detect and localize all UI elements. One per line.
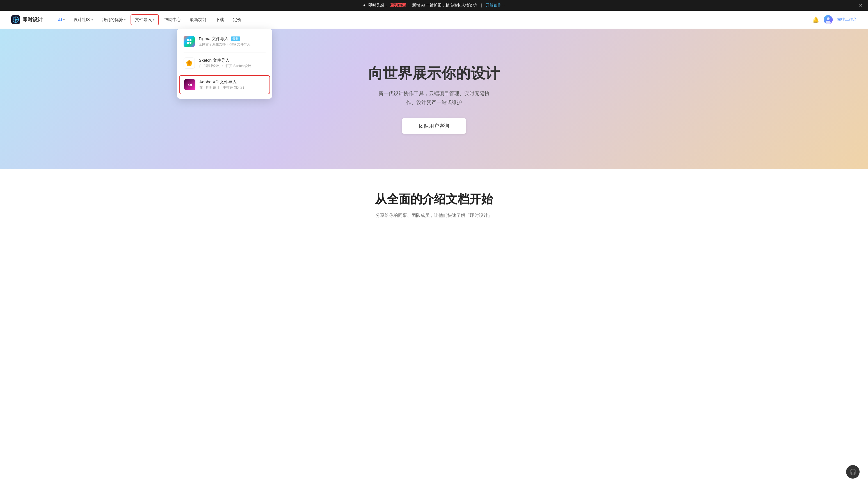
- xd-item-title: Adobe XD 文件导入: [199, 79, 265, 85]
- dropdown-item-xd[interactable]: Xd Adobe XD 文件导入 在「即时设计」中打开 XD 设计: [179, 75, 270, 94]
- intro-desc: 分享给你的同事、团队成员，让他们快速了解「即时设计」: [336, 213, 532, 219]
- chevron-down-icon: ▾: [153, 18, 154, 21]
- svg-point-2: [827, 18, 830, 20]
- figma-item-desc: 全网首个原生支持 Figma 文件导入: [199, 42, 266, 47]
- navbar: 即时设计 Ai ▾ 设计社区 ▾ 我们的优势 ▾ 文件导入 ▾: [0, 11, 868, 29]
- xd-item-desc: 在「即时设计」中打开 XD 设计: [199, 85, 265, 90]
- chevron-down-icon: ▾: [124, 18, 125, 21]
- banner-text1: 即时灵感，: [368, 3, 388, 8]
- avatar: [824, 15, 833, 24]
- nav-item-file-import[interactable]: 文件导入 ▾: [130, 14, 159, 25]
- dropdown-divider-1: [184, 52, 266, 53]
- banner-highlight: 重磅更新！: [390, 3, 410, 8]
- nav-item-features[interactable]: 最新功能: [186, 15, 211, 25]
- svg-rect-6: [187, 42, 189, 44]
- sketch-item-text: Sketch 文件导入 在「即时设计」中打开 Sketch 设计: [199, 58, 266, 68]
- logo-icon: [11, 15, 20, 24]
- svg-point-7: [189, 42, 191, 44]
- banner-text3: 新增 AI 一键扩图，精准控制人物姿势: [412, 3, 477, 8]
- dropdown-item-sketch[interactable]: Sketch 文件导入 在「即时设计」中打开 Sketch 设计: [177, 54, 272, 73]
- nav-label-help: 帮助中心: [164, 17, 181, 23]
- dropdown-item-figma[interactable]: Figma 文件导入 最新 全网首个原生支持 Figma 文件导入: [177, 32, 272, 51]
- goto-workspace-link[interactable]: 前往工作台: [837, 17, 857, 22]
- hero-section: 向世界展示你的设计 新一代设计协作工具，云端项目管理、实时无缝协 作、设计资产一…: [0, 29, 868, 169]
- nav-item-download[interactable]: 下载: [212, 15, 228, 25]
- nav-label-advantage: 我们的优势: [102, 17, 123, 23]
- banner-action[interactable]: 开始创作→: [486, 3, 505, 8]
- nav-right: 🔔 前往工作台: [812, 15, 857, 24]
- hero-subtitle: 新一代设计协作工具，云端项目管理、实时无缝协 作、设计资产一站式维护: [378, 89, 490, 107]
- svg-point-3: [826, 21, 831, 24]
- chevron-down-icon: ▾: [63, 18, 65, 21]
- nav-items: Ai ▾ 设计社区 ▾ 我们的优势 ▾ 文件导入 ▾ 帮助中心: [54, 14, 812, 25]
- hero-title: 向世界展示你的设计: [368, 64, 500, 83]
- top-banner: ✦ 即时灵感， 重磅更新！ 新增 AI 一键扩图，精准控制人物姿势 ｜ 开始创作…: [0, 0, 868, 11]
- nav-label-pricing: 定价: [233, 17, 241, 23]
- logo-text: 即时设计: [23, 16, 43, 23]
- nav-label-community: 设计社区: [73, 17, 90, 23]
- figma-item-text: Figma 文件导入 最新 全网首个原生支持 Figma 文件导入: [199, 36, 266, 47]
- banner-icon: ✦: [363, 3, 366, 7]
- sketch-icon: [184, 58, 195, 69]
- figma-badge: 最新: [231, 36, 240, 41]
- nav-label-file-import: 文件导入: [135, 17, 152, 23]
- intro-section: 从全面的介绍文档开始 分享给你的同事、团队成员，让他们快速了解「即时设计」: [0, 169, 868, 230]
- close-button[interactable]: ✕: [859, 3, 862, 8]
- nav-item-advantage[interactable]: 我们的优势 ▾: [98, 15, 129, 25]
- xd-item-text: Adobe XD 文件导入 在「即时设计」中打开 XD 设计: [199, 79, 265, 90]
- xd-icon: Xd: [184, 79, 195, 90]
- avatar-image: [824, 15, 833, 24]
- sketch-item-desc: 在「即时设计」中打开 Sketch 设计: [199, 64, 266, 68]
- sketch-item-title: Sketch 文件导入: [199, 58, 266, 63]
- chevron-down-icon: ▾: [92, 18, 93, 21]
- banner-separator: ｜: [479, 3, 484, 8]
- figma-item-title: Figma 文件导入 最新: [199, 36, 266, 41]
- nav-label-features: 最新功能: [190, 17, 207, 23]
- dropdown-divider-2: [184, 74, 266, 74]
- nav-item-help[interactable]: 帮助中心: [160, 15, 185, 25]
- bell-icon[interactable]: 🔔: [812, 16, 819, 23]
- svg-rect-5: [189, 39, 191, 41]
- nav-item-community[interactable]: 设计社区 ▾: [70, 15, 97, 25]
- intro-title: 从全面的介绍文档开始: [6, 191, 862, 207]
- figma-icon: [184, 36, 195, 47]
- file-import-dropdown: Figma 文件导入 最新 全网首个原生支持 Figma 文件导入: [177, 29, 272, 99]
- svg-rect-4: [187, 39, 189, 41]
- nav-label-download: 下载: [216, 17, 224, 23]
- hero-cta-button[interactable]: 团队用户咨询: [402, 118, 466, 134]
- nav-label-ai: Ai: [58, 18, 62, 22]
- logo[interactable]: 即时设计: [11, 15, 43, 24]
- nav-item-pricing[interactable]: 定价: [229, 15, 245, 25]
- nav-item-ai[interactable]: Ai ▾: [54, 15, 68, 24]
